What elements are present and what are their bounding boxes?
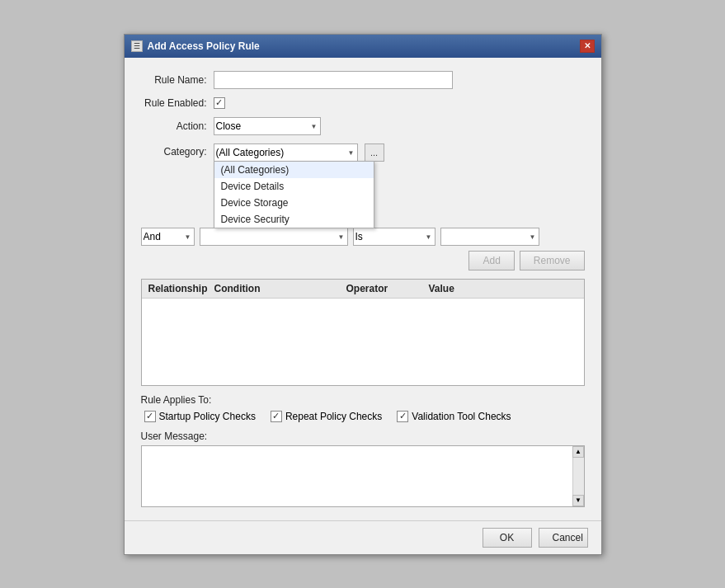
scroll-down-arrow[interactable]: ▼	[572, 495, 584, 506]
condition-row: And Or Is Is Not	[141, 228, 585, 246]
close-button[interactable]: ✕	[580, 40, 595, 53]
condition-select-wrapper	[200, 228, 348, 246]
rule-enabled-checkbox[interactable]: ✓	[214, 97, 225, 109]
dialog-footer: OK Cancel	[125, 520, 601, 554]
user-message-label: User Message:	[141, 430, 585, 442]
dropdown-item-security[interactable]: Device Security	[214, 211, 374, 228]
add-remove-row: Add Remove	[141, 251, 585, 270]
checkboxes-row: ✓ Startup Policy Checks ✓ Repeat Policy …	[141, 411, 585, 422]
user-message-section: User Message: ▲ ▼	[141, 430, 585, 507]
remove-button[interactable]: Remove	[520, 251, 585, 270]
validation-checkbox-item[interactable]: ✓ Validation Tool Checks	[397, 411, 511, 422]
and-select-wrapper: And Or	[141, 228, 195, 246]
action-select[interactable]: Close Allow Deny	[214, 117, 321, 135]
category-select-wrapper: (All Categories) Device Details Device S…	[214, 143, 358, 162]
cancel-button[interactable]: Cancel	[539, 528, 588, 548]
rule-enabled-checkbox-area[interactable]: ✓	[214, 97, 225, 109]
value-select-wrapper	[440, 228, 539, 246]
validation-label: Validation Tool Checks	[412, 411, 511, 422]
category-select[interactable]: (All Categories) Device Details Device S…	[214, 143, 358, 162]
add-button[interactable]: Add	[468, 251, 514, 270]
table-header: Relationship Condition Operator Value	[142, 280, 584, 299]
col-operator: Operator	[343, 281, 426, 296]
action-select-wrapper: Close Allow Deny	[214, 117, 321, 135]
rule-name-input[interactable]	[214, 71, 453, 89]
col-value: Value	[426, 281, 581, 296]
user-message-scrollbar[interactable]: ▲ ▼	[572, 446, 584, 506]
repeat-label: Repeat Policy Checks	[285, 411, 382, 422]
condition-select[interactable]	[200, 228, 348, 246]
startup-checkbox[interactable]: ✓	[144, 411, 156, 422]
operator-select[interactable]: Is Is Not	[353, 228, 435, 246]
category-dropdown-list: (All Categories) Device Details Device S…	[214, 161, 374, 228]
action-label: Action:	[141, 120, 207, 132]
user-message-area[interactable]: ▲ ▼	[141, 445, 585, 507]
rule-applies-section: Rule Applies To: ✓ Startup Policy Checks…	[141, 394, 585, 422]
rule-applies-label: Rule Applies To:	[141, 394, 585, 406]
validation-checkbox[interactable]: ✓	[397, 411, 408, 422]
titlebar: ☰ Add Access Policy Rule ✕	[125, 35, 601, 58]
value-select[interactable]	[440, 228, 539, 246]
operator-select-wrapper: Is Is Not	[353, 228, 435, 246]
rule-name-row: Rule Name:	[141, 71, 585, 89]
col-relationship: Relationship	[145, 281, 211, 296]
repeat-checkbox[interactable]: ✓	[271, 411, 282, 422]
dots-button[interactable]: ...	[365, 143, 384, 162]
ok-button[interactable]: OK	[483, 528, 532, 548]
rule-enabled-label: Rule Enabled:	[141, 97, 207, 109]
titlebar-left: ☰ Add Access Policy Rule	[131, 40, 260, 52]
startup-checkbox-item[interactable]: ✓ Startup Policy Checks	[144, 411, 256, 422]
dropdown-item-all[interactable]: (All Categories)	[214, 162, 374, 178]
rule-enabled-row: Rule Enabled: ✓	[141, 97, 585, 109]
dialog-icon: ☰	[131, 40, 143, 52]
and-select[interactable]: And Or	[141, 228, 195, 246]
col-condition: Condition	[211, 281, 343, 296]
action-row: Action: Close Allow Deny	[141, 117, 585, 135]
dialog-title: Add Access Policy Rule	[148, 40, 260, 52]
category-dropdown-wrapper: (All Categories) Device Details Device S…	[214, 143, 358, 162]
category-label: Category:	[141, 146, 207, 158]
dropdown-item-details[interactable]: Device Details	[214, 178, 374, 195]
scroll-up-arrow[interactable]: ▲	[572, 446, 584, 458]
condition-section: And Or Is Is Not	[141, 228, 585, 270]
repeat-checkbox-item[interactable]: ✓ Repeat Policy Checks	[271, 411, 382, 422]
dialog-body: Rule Name: Rule Enabled: ✓ Action: Close…	[125, 58, 601, 520]
conditions-table: Relationship Condition Operator Value	[141, 279, 585, 386]
category-row: Category: (All Categories) Device Detail…	[141, 143, 585, 162]
add-access-policy-dialog: ☰ Add Access Policy Rule ✕ Rule Name: Ru…	[124, 34, 602, 555]
dropdown-item-storage[interactable]: Device Storage	[214, 195, 374, 211]
rule-name-label: Rule Name:	[141, 74, 207, 86]
startup-label: Startup Policy Checks	[159, 411, 256, 422]
scroll-track	[573, 458, 584, 495]
